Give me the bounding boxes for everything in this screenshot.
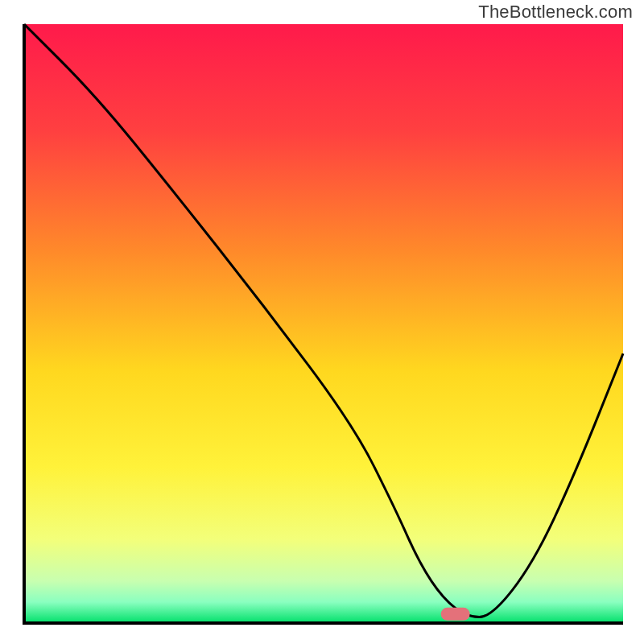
bottleneck-chart [0,0,644,644]
optimal-marker [441,608,470,621]
watermark-text: TheBottleneck.com [478,2,633,23]
plot-background [24,24,623,623]
chart-container: TheBottleneck.com [0,0,644,644]
